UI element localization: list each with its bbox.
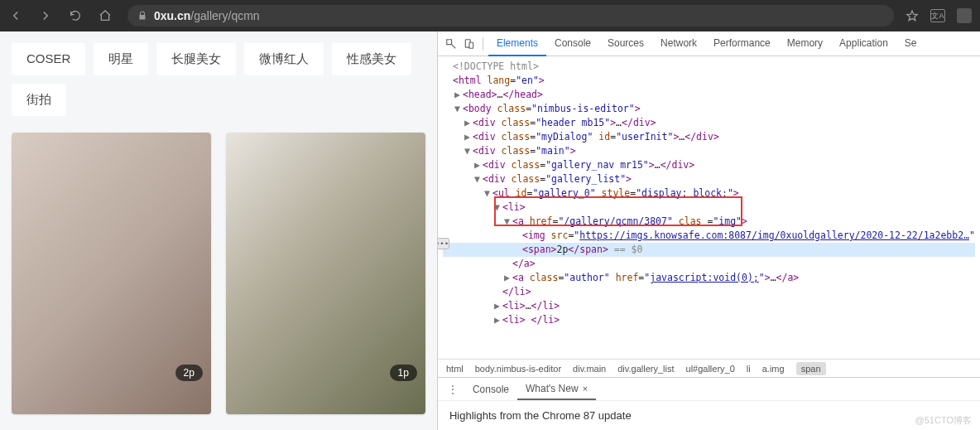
extension-icon[interactable] [957, 8, 972, 23]
devtools-tab-network[interactable]: Network [652, 31, 705, 56]
devtools-tabs: ElementsConsoleSourcesNetworkPerformance… [438, 31, 980, 56]
svg-rect-1 [469, 42, 473, 48]
breadcrumb-item[interactable]: body.nimbus-is-editor [475, 364, 561, 374]
drawer-tabs: ⋮ ConsoleWhat's New× [438, 377, 980, 400]
breadcrumb-item[interactable]: a.img [762, 364, 785, 374]
dom-line[interactable]: ▶<div class="gallery_nav mr15">…</div> [443, 158, 975, 172]
breadcrumb-item[interactable]: html [446, 364, 464, 374]
device-toggle-icon[interactable] [461, 36, 478, 52]
dom-breadcrumbs[interactable]: htmlbody.nimbus-is-editordiv.maindiv.gal… [438, 359, 980, 377]
dom-tree[interactable]: ••• <!DOCTYPE html><html lang="en">▶<hea… [438, 56, 980, 359]
devtools-tab-se[interactable]: Se [896, 31, 925, 56]
breadcrumb-item[interactable]: div.gallery_list [617, 364, 674, 374]
devtools-tab-sources[interactable]: Sources [599, 31, 652, 56]
dom-line[interactable]: ▼<ul id="gallery_0" style="display: bloc… [443, 186, 975, 201]
devtools-tab-application[interactable]: Application [831, 31, 896, 56]
dom-line[interactable]: ▼<a href="/gallery/qcmn/3807" clas ="img… [443, 215, 975, 229]
category-tag[interactable]: 长腿美女 [156, 43, 236, 75]
dom-line[interactable]: ▶<div class="myDialog" id="userInit">…</… [443, 130, 975, 144]
dom-line[interactable]: ▶<li> </li> [443, 313, 975, 327]
drawer-tab-console[interactable]: Console [464, 379, 517, 400]
breadcrumb-item[interactable]: div.main [573, 364, 606, 374]
dom-line[interactable]: <html lang="en"> [443, 74, 975, 88]
dom-line[interactable]: <!DOCTYPE html> [443, 60, 975, 74]
devtools-tab-elements[interactable]: Elements [488, 31, 546, 56]
dom-line[interactable]: </a> [443, 257, 975, 271]
lock-icon [137, 11, 147, 21]
url-host: 0xu.cn [154, 9, 190, 22]
dom-line[interactable]: <span>2p</span> == $0 [443, 243, 975, 257]
dom-line[interactable]: ▼<div class="gallery_list"> [443, 172, 975, 186]
ellipsis-icon[interactable]: ••• [438, 238, 449, 249]
category-tag[interactable]: 街拍 [12, 84, 66, 116]
drawer-menu-icon[interactable]: ⋮ [444, 381, 461, 398]
tag-list: COSER明星长腿美女微博红人性感美女街拍 [12, 43, 425, 116]
dom-line[interactable]: </li> [443, 285, 975, 299]
drawer-headline: Highlights from the Chrome 87 update [449, 409, 632, 422]
translate-icon[interactable]: 文A [930, 9, 945, 22]
reload-button[interactable] [68, 8, 83, 23]
gallery-item[interactable]: 1p [226, 133, 425, 414]
dom-line[interactable]: ▶<head>…</head> [443, 88, 975, 102]
page-content: COSER明星长腿美女微博红人性感美女街拍 2p1p [0, 31, 437, 430]
inspect-icon[interactable] [443, 36, 459, 52]
dom-line[interactable]: ▼<body class="nimbus-is-editor"> [443, 102, 975, 116]
dom-line[interactable]: ▶<li>…</li> [443, 299, 975, 313]
category-tag[interactable]: 明星 [94, 43, 148, 75]
bookmark-star-icon[interactable] [906, 9, 919, 22]
breadcrumb-item[interactable]: ul#gallery_0 [686, 364, 735, 374]
devtools-tab-performance[interactable]: Performance [705, 31, 779, 56]
gallery-item[interactable]: 2p [12, 133, 211, 414]
category-tag[interactable]: 微博红人 [244, 43, 324, 75]
dom-line[interactable]: ▶<a class="author" href="javascript:void… [443, 271, 975, 285]
drawer-tab-what-s-new[interactable]: What's New× [517, 379, 596, 400]
watermark: @51CTO博客 [915, 414, 972, 427]
devtools-panel: ElementsConsoleSourcesNetworkPerformance… [437, 31, 980, 430]
gallery-list: 2p1p [12, 133, 425, 414]
breadcrumb-item[interactable]: span [796, 362, 826, 375]
photo-count-badge: 1p [390, 365, 417, 381]
dom-line[interactable]: ▼<li> [443, 201, 975, 215]
category-tag[interactable]: COSER [12, 43, 85, 75]
back-button[interactable] [8, 8, 23, 23]
dom-line[interactable]: ▼<div class="main"> [443, 144, 975, 158]
dom-line[interactable]: ▶<div class="header mb15">…</div> [443, 116, 975, 130]
breadcrumb-item[interactable]: li [747, 364, 751, 374]
dom-line[interactable]: <img src="https://imgs.knowsafe.com:8087… [443, 229, 975, 243]
home-button[interactable] [98, 8, 113, 23]
drawer-body: Highlights from the Chrome 87 update [438, 400, 980, 430]
close-icon[interactable]: × [583, 384, 588, 394]
devtools-tab-memory[interactable]: Memory [779, 31, 831, 56]
devtools-tab-console[interactable]: Console [546, 31, 599, 56]
forward-button[interactable] [38, 8, 53, 23]
photo-count-badge: 2p [175, 365, 203, 381]
url-path: /gallery/qcmn [190, 9, 259, 22]
address-bar[interactable]: 0xu.cn/gallery/qcmn [127, 5, 894, 27]
browser-toolbar: 0xu.cn/gallery/qcmn 文A [0, 0, 980, 31]
category-tag[interactable]: 性感美女 [332, 43, 411, 75]
